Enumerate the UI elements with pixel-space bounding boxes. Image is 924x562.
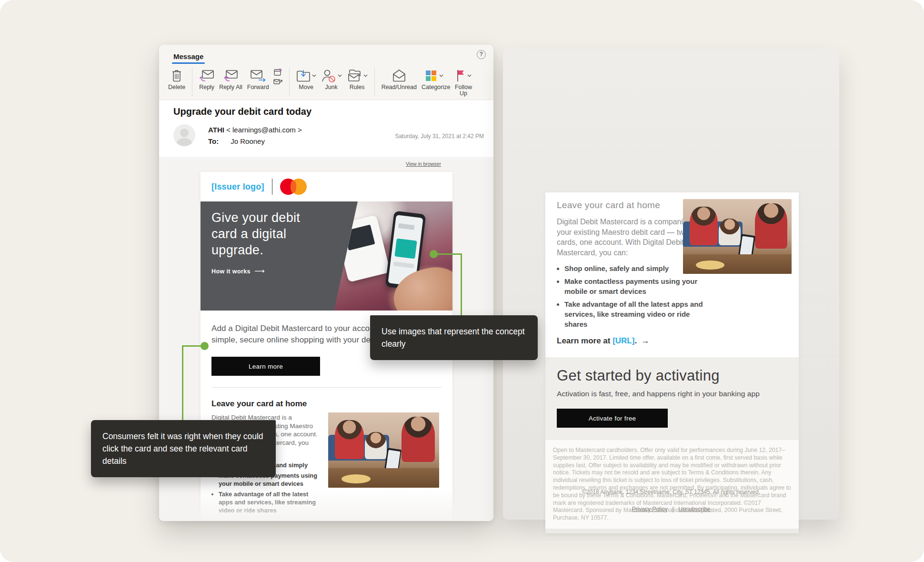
message-subject: Upgrade your debit card today [173,106,479,117]
mastercard-logo-icon [280,178,308,195]
rules-icon [347,69,362,83]
categorize-caret-icon [439,74,443,77]
categorize-label: Categorize [422,84,446,90]
photo-shape [690,207,718,246]
photo-shape [402,417,435,462]
footer-divider: | [672,506,673,512]
follow-up-button[interactable]: Follow Up [451,67,476,97]
categorize-icon [424,69,438,82]
annotation-connector [182,345,183,421]
section-divider [211,387,442,388]
to-line: To:Jo Rooney [208,137,302,145]
follow-up-label: Follow Up [451,84,476,97]
read-unread-label: Read/Unread [382,84,417,90]
reply-button[interactable]: Reply [199,67,214,90]
page-background: Message ? Delete [0,0,924,562]
forward-button[interactable]: Forward [247,67,269,90]
activate-for-free-button[interactable]: Activate for free [557,409,668,428]
photo-shape [365,432,387,459]
junk-icon [321,69,336,83]
benefit-item: Make contactless payments using your mob… [564,276,707,296]
forward-attachment-icon[interactable] [273,78,283,85]
reply-all-button[interactable]: Reply All [219,67,242,90]
callout-card-click: Consumers felt it was right when they co… [91,420,276,477]
view-in-browser-link[interactable]: View in browser [406,161,441,167]
arrow-right-icon: → [641,336,649,345]
activate-subtext: Activation is fast, free, and happens ri… [557,390,787,398]
sender-line: ATHI < learnings@athi.com > [208,126,302,134]
hero-banner: Give your debit card a digital upgrade. … [201,201,452,311]
delete-button[interactable]: Delete [168,67,185,90]
toolbar-divider [374,68,375,96]
reply-all-icon [223,67,238,84]
forward-label: Forward [247,84,269,90]
reply-icon [199,67,214,84]
reply-all-label: Reply All [219,84,242,90]
annotation-dot [430,250,438,258]
rules-caret-icon [363,74,368,77]
toolbar-divider [192,68,192,96]
how-it-works-link[interactable]: How it works⟶ [211,267,311,275]
hero-headline: Give your debit card a digital upgrade. [211,210,311,258]
unsubscribe-link[interactable]: Unsubscribe [679,506,711,512]
forward-icon [250,67,266,84]
rules-button[interactable]: Rules [347,67,368,90]
activate-section: Get started by activating Activation is … [545,357,799,440]
photo-shape [696,261,724,270]
move-button[interactable]: Move [296,67,316,90]
issuer-logo: [Issuer logo] [211,182,264,192]
trash-icon [171,67,182,84]
email-preview-panel: Leave your card at home Digital Debit Ma… [503,49,839,520]
move-label: Move [299,84,313,90]
read-unread-button[interactable]: Read/Unread [382,67,417,90]
move-caret-icon [312,74,316,77]
payment-terminal-shape [335,215,391,282]
activate-heading: Get started by activating [557,367,787,384]
to-label: To: [208,137,219,145]
annotation-connector [461,253,462,316]
meeting-reply-icon[interactable] [273,68,283,76]
copyright-text: ©2018 Anybank, 1234 Streetname, City, ST… [503,489,839,495]
help-icon[interactable]: ? [477,50,486,59]
reply-label: Reply [199,84,214,90]
follow-up-caret-icon [467,74,472,77]
sender-avatar person-icon [173,124,195,146]
leave-card-body: Digital Debit Mastercard is a companion … [557,217,701,258]
photo-shape [755,203,787,248]
photo-shape [341,474,371,483]
delete-label: Delete [168,84,185,90]
learn-more-button[interactable]: Learn more [211,357,320,376]
junk-button[interactable]: Junk [321,67,342,90]
tab-message[interactable]: Message [173,52,203,64]
junk-caret-icon [338,74,342,77]
privacy-policy-link[interactable]: Privacy Policy [632,506,668,512]
read-unread-icon [392,67,406,84]
preview-card: Leave your card at home Digital Debit Ma… [545,192,799,533]
annotation-connector [433,253,462,255]
message-header: Upgrade your debit card today ATHI < lea… [159,100,493,158]
logo-divider [272,179,273,195]
family-photo [683,199,792,274]
photo-shape [335,420,364,459]
email-footer: ©2018 Anybank, 1234 Streetname, City, ST… [503,489,839,512]
annotation-dot [201,342,209,350]
benefit-item: Take advantage of all the latest apps an… [564,299,707,329]
recipient-name: Jo Rooney [231,137,265,145]
email-logo-row: [Issuer logo] [201,172,452,201]
message-date: Saturday, July 31, 2021 at 2:42 PM [395,133,484,140]
sender-name: ATHI [208,126,224,134]
callout-images: Use images that represent the concept cl… [370,315,538,360]
mini-action-stack [273,68,283,85]
learn-more-line: Learn more at [URL].→ [557,336,787,346]
categorize-button[interactable]: Categorize [422,67,446,90]
url-link[interactable]: [URL] [613,336,634,345]
rules-label: Rules [350,84,365,90]
follow-up-flag-icon [455,69,466,82]
junk-label: Junk [325,84,337,90]
leave-card-section: Leave your card at home Digital Debit Ma… [545,192,799,357]
photo-shape [719,219,741,246]
fine-print-section: Open to Mastercard cardholders. Offer on… [545,440,799,533]
ribbon-tab-bar: Message ? [159,45,493,64]
family-photo [328,412,439,488]
ribbon-toolbar: Delete Reply [159,64,493,100]
